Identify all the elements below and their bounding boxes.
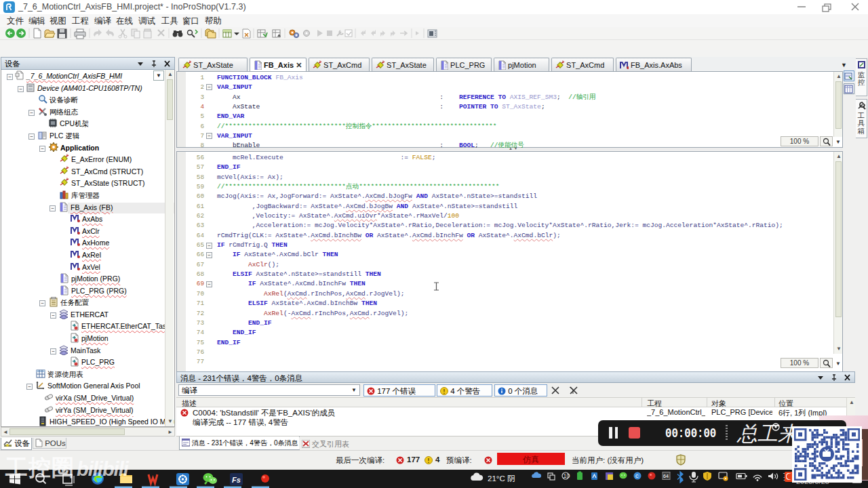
svg-text:Fs: Fs: [232, 476, 241, 484]
svg-text:21°C 阴: 21°C 阴: [488, 474, 515, 483]
svg-text:c: c: [635, 472, 639, 479]
svg-text:10: 10: [564, 472, 570, 479]
svg-text:64: 64: [663, 474, 669, 479]
